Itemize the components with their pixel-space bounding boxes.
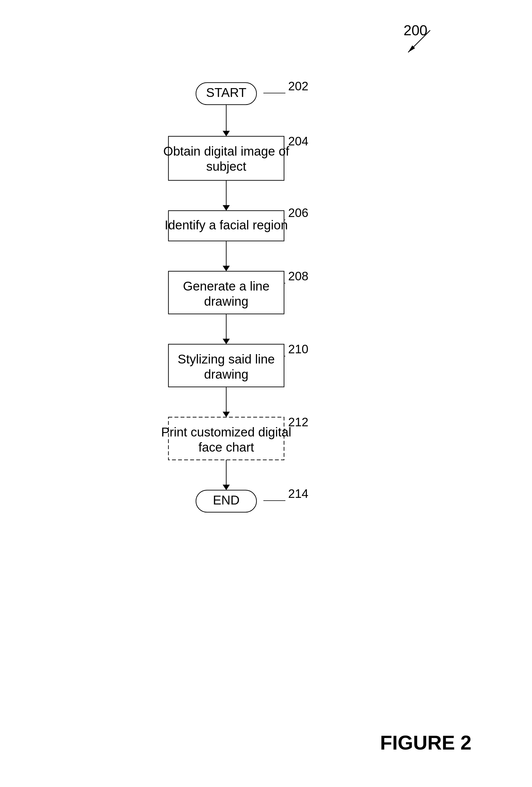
svg-rect-10 <box>169 136 284 180</box>
svg-marker-41 <box>223 485 230 490</box>
svg-text:Print customized digital: Print customized digital <box>161 425 291 439</box>
svg-text:Identify a facial region: Identify a facial region <box>164 218 288 232</box>
svg-text:START: START <box>206 85 246 100</box>
diagram-container: 200 202 START 204 Obtain digital image o… <box>0 0 532 787</box>
diagram-number-arrow-icon <box>400 27 433 61</box>
svg-text:END: END <box>213 493 240 507</box>
svg-text:Obtain digital image of: Obtain digital image of <box>163 144 289 158</box>
svg-text:Stylizing said line: Stylizing said line <box>178 352 275 366</box>
svg-marker-14 <box>223 205 230 211</box>
svg-text:subject: subject <box>206 159 246 173</box>
svg-marker-27 <box>223 339 230 344</box>
figure-label: FIGURE 2 <box>380 731 471 754</box>
svg-marker-7 <box>223 131 230 136</box>
svg-text:210: 210 <box>288 342 308 356</box>
svg-marker-20 <box>223 266 230 271</box>
svg-text:214: 214 <box>288 487 308 501</box>
svg-text:drawing: drawing <box>204 294 248 309</box>
svg-text:202: 202 <box>288 79 308 93</box>
svg-text:Generate a line: Generate a line <box>183 279 269 293</box>
svg-text:face chart: face chart <box>198 440 254 454</box>
svg-text:drawing: drawing <box>204 367 248 381</box>
svg-text:206: 206 <box>288 206 308 219</box>
flowchart-svg: 202 START 204 Obtain digital image of su… <box>142 61 390 639</box>
svg-marker-34 <box>223 412 230 417</box>
svg-text:204: 204 <box>288 134 308 148</box>
svg-text:208: 208 <box>288 269 308 283</box>
